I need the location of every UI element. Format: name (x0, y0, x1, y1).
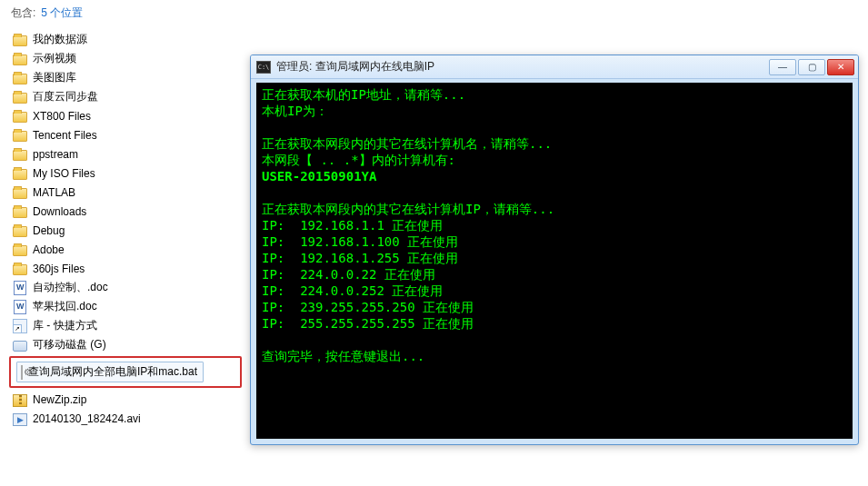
file-name: ppstream (33, 148, 78, 161)
file-item[interactable]: 我的数据源 (9, 30, 245, 49)
file-item[interactable]: 美图图库 (9, 68, 245, 87)
console-line: IP: 192.168.1.1 正在使用 (262, 217, 847, 233)
console-line (262, 332, 847, 348)
console-line: 本机IP为： (262, 103, 847, 119)
file-name: 自动控制、.doc (33, 280, 108, 295)
console-line: 正在获取本网段内的其它在线计算机IP，请稍等... (262, 201, 847, 217)
folder-icon (13, 52, 27, 66)
folder-icon (13, 223, 27, 238)
window-buttons: — ▢ ✕ (769, 59, 854, 75)
console-line: IP: 224.0.0.22 正在使用 (262, 266, 847, 283)
console-line: 正在获取本网段内的其它在线计算机名，请稍等... (262, 135, 847, 152)
file-name: 查询局域网内全部电脑IP和mac.bat (28, 364, 197, 380)
file-name: 苹果找回.doc (33, 299, 97, 314)
file-item[interactable]: 百度云同步盘 (9, 87, 245, 106)
file-name: 库 - 快捷方式 (33, 318, 97, 333)
batch-file-icon (21, 366, 23, 379)
video-icon (13, 412, 27, 426)
file-item[interactable]: MATLAB (9, 183, 245, 202)
file-item[interactable]: Adobe (9, 240, 245, 259)
folder-icon (13, 204, 27, 219)
file-name: 20140130_182424.avi (33, 412, 141, 425)
shortcut-icon (13, 319, 27, 333)
console-line: IP: 192.168.1.100 正在使用 (262, 233, 847, 250)
console-line: 查询完毕，按任意键退出... (262, 348, 847, 364)
file-name: XT800 Files (33, 110, 91, 123)
console-window[interactable]: C:\ 管理员: 查询局域网内在线电脑IP — ▢ ✕ 正在获取本机的IP地址，… (250, 55, 859, 445)
folder-icon (13, 147, 27, 162)
console-line: IP: 192.168.1.255 正在使用 (262, 250, 847, 266)
summary-label: 包含: (11, 5, 35, 21)
file-name: Debug (33, 224, 65, 237)
folder-icon (13, 166, 27, 181)
minimize-button[interactable]: — (769, 59, 796, 75)
file-item[interactable]: Downloads (9, 202, 245, 221)
zip-icon (13, 392, 27, 407)
file-item[interactable]: My ISO Files (9, 164, 245, 183)
file-item[interactable]: ppstream (9, 144, 245, 164)
folder-icon (13, 262, 27, 276)
console-line: USER-20150901YA (262, 168, 847, 184)
console-line: 本网段【 .. .*】内的计算机有: (262, 152, 847, 168)
console-line: IP: 239.255.255.250 正在使用 (262, 299, 847, 315)
folder-icon (13, 128, 27, 143)
file-name: Downloads (33, 205, 86, 218)
file-item[interactable]: 20140130_182424.avi (9, 409, 245, 428)
file-name: MATLAB (33, 186, 75, 199)
folder-icon (13, 109, 27, 124)
folder-icon (13, 243, 27, 257)
file-item[interactable]: Tencent Files (9, 125, 245, 144)
file-item[interactable]: Debug (9, 221, 245, 240)
file-name: 示例视频 (33, 51, 76, 66)
file-item[interactable]: NewZip.zip (9, 390, 245, 409)
console-line: IP: 255.255.255.255 正在使用 (262, 315, 847, 332)
folder-icon (13, 90, 27, 104)
cmd-icon: C:\ (256, 61, 271, 74)
file-name: 我的数据源 (33, 32, 87, 47)
drive-icon (13, 338, 27, 352)
console-line: IP: 224.0.0.252 正在使用 (262, 283, 847, 299)
folder-icon (13, 33, 27, 47)
file-item[interactable]: 可移动磁盘 (G) (9, 335, 245, 354)
file-name: Adobe (33, 243, 65, 256)
file-item[interactable]: 自动控制、.doc (9, 278, 245, 297)
file-item[interactable]: 示例视频 (9, 49, 245, 68)
file-item-highlighted[interactable]: 查询局域网内全部电脑IP和mac.bat (9, 356, 242, 388)
file-name: 美图图库 (33, 70, 76, 85)
console-line: 正在获取本机的IP地址，请稍等... (262, 86, 847, 103)
summary-count: 5 个位置 (41, 5, 83, 21)
file-name: 百度云同步盘 (33, 89, 98, 104)
maximize-button[interactable]: ▢ (798, 59, 825, 75)
console-line (262, 184, 847, 201)
console-line (262, 119, 847, 135)
file-item[interactable]: 360js Files (9, 259, 245, 278)
explorer-pane: 包含: 5 个位置 我的数据源示例视频美图图库百度云同步盘XT800 Files… (0, 0, 245, 486)
word-doc-icon (13, 281, 27, 295)
file-item[interactable]: 苹果找回.doc (9, 297, 245, 316)
console-title: 管理员: 查询局域网内在线电脑IP (276, 59, 763, 74)
close-button[interactable]: ✕ (827, 59, 854, 75)
console-titlebar[interactable]: C:\ 管理员: 查询局域网内在线电脑IP — ▢ ✕ (251, 55, 858, 79)
file-item[interactable]: XT800 Files (9, 106, 245, 125)
file-name: My ISO Files (33, 167, 95, 180)
location-summary: 包含: 5 个位置 (4, 4, 245, 26)
file-name: NewZip.zip (33, 393, 86, 406)
word-doc-icon (13, 300, 27, 314)
file-name: Tencent Files (33, 129, 97, 142)
file-item[interactable]: 库 - 快捷方式 (9, 316, 245, 335)
folder-icon (13, 71, 27, 85)
folder-icon (13, 185, 27, 200)
file-list: 我的数据源示例视频美图图库百度云同步盘XT800 FilesTencent Fi… (4, 26, 245, 428)
console-body[interactable]: 正在获取本机的IP地址，请稍等...本机IP为： 正在获取本网段内的其它在线计算… (256, 83, 853, 439)
file-name: 可移动磁盘 (G) (33, 337, 106, 352)
file-name: 360js Files (33, 263, 85, 275)
